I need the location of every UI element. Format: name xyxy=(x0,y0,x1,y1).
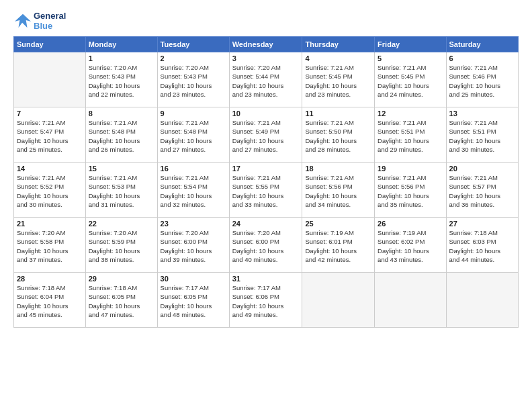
day-number: 18 xyxy=(305,165,371,173)
day-info: Sunrise: 7:21 AM Sunset: 5:56 PM Dayligh… xyxy=(378,173,443,209)
day-number: 12 xyxy=(378,109,443,118)
logo-icon xyxy=(13,11,32,30)
calendar-header: SundayMondayTuesdayWednesdayThursdayFrid… xyxy=(14,37,519,52)
day-number: 24 xyxy=(232,220,300,228)
day-info: Sunrise: 7:18 AM Sunset: 6:04 PM Dayligh… xyxy=(17,283,83,319)
day-number: 17 xyxy=(232,165,300,173)
calendar-cell: 29Sunrise: 7:18 AM Sunset: 6:05 PM Dayli… xyxy=(85,273,157,328)
day-number: 28 xyxy=(17,275,83,283)
logo-text: General Blue xyxy=(34,11,66,31)
calendar-cell: 6Sunrise: 7:21 AM Sunset: 5:46 PM Daylig… xyxy=(446,52,518,107)
day-info: Sunrise: 7:21 AM Sunset: 5:45 PM Dayligh… xyxy=(378,63,443,99)
day-header-thursday: Thursday xyxy=(302,37,375,52)
day-info: Sunrise: 7:21 AM Sunset: 5:48 PM Dayligh… xyxy=(161,118,226,154)
day-info: Sunrise: 7:18 AM Sunset: 6:03 PM Dayligh… xyxy=(449,228,515,264)
day-number: 30 xyxy=(161,275,226,283)
day-header-tuesday: Tuesday xyxy=(157,37,229,52)
calendar-cell: 24Sunrise: 7:20 AM Sunset: 6:00 PM Dayli… xyxy=(229,218,302,273)
day-info: Sunrise: 7:21 AM Sunset: 5:45 PM Dayligh… xyxy=(305,63,371,99)
day-number: 3 xyxy=(232,54,300,62)
calendar-cell: 11Sunrise: 7:21 AM Sunset: 5:50 PM Dayli… xyxy=(302,107,375,163)
day-info: Sunrise: 7:21 AM Sunset: 5:56 PM Dayligh… xyxy=(305,173,371,209)
calendar-cell: 1Sunrise: 7:20 AM Sunset: 5:43 PM Daylig… xyxy=(85,52,157,107)
svg-marker-0 xyxy=(15,14,31,28)
day-info: Sunrise: 7:21 AM Sunset: 5:57 PM Dayligh… xyxy=(449,173,515,209)
calendar-cell: 30Sunrise: 7:17 AM Sunset: 6:05 PM Dayli… xyxy=(157,273,229,328)
day-number: 7 xyxy=(17,109,83,118)
calendar-cell: 23Sunrise: 7:20 AM Sunset: 6:00 PM Dayli… xyxy=(157,218,229,273)
calendar-week-4: 21Sunrise: 7:20 AM Sunset: 5:58 PM Dayli… xyxy=(14,218,519,273)
day-number: 20 xyxy=(449,165,515,173)
logo: General Blue xyxy=(13,11,66,31)
calendar-cell: 5Sunrise: 7:21 AM Sunset: 5:45 PM Daylig… xyxy=(375,52,446,107)
day-number: 31 xyxy=(232,275,300,283)
day-info: Sunrise: 7:17 AM Sunset: 6:05 PM Dayligh… xyxy=(161,283,226,319)
calendar-cell: 7Sunrise: 7:21 AM Sunset: 5:47 PM Daylig… xyxy=(14,107,86,163)
day-number: 13 xyxy=(449,109,515,118)
day-number: 9 xyxy=(161,109,226,118)
day-number: 25 xyxy=(305,220,371,228)
calendar-cell: 15Sunrise: 7:21 AM Sunset: 5:53 PM Dayli… xyxy=(85,163,157,218)
day-number: 23 xyxy=(161,220,226,228)
day-info: Sunrise: 7:21 AM Sunset: 5:53 PM Dayligh… xyxy=(89,173,154,209)
day-info: Sunrise: 7:18 AM Sunset: 6:05 PM Dayligh… xyxy=(89,283,154,319)
calendar-week-2: 7Sunrise: 7:21 AM Sunset: 5:47 PM Daylig… xyxy=(14,107,519,163)
day-info: Sunrise: 7:20 AM Sunset: 5:43 PM Dayligh… xyxy=(161,63,226,99)
calendar-cell: 28Sunrise: 7:18 AM Sunset: 6:04 PM Dayli… xyxy=(14,273,86,328)
day-number: 15 xyxy=(89,165,154,173)
calendar-cell: 19Sunrise: 7:21 AM Sunset: 5:56 PM Dayli… xyxy=(375,163,446,218)
calendar-cell: 18Sunrise: 7:21 AM Sunset: 5:56 PM Dayli… xyxy=(302,163,375,218)
calendar-week-5: 28Sunrise: 7:18 AM Sunset: 6:04 PM Dayli… xyxy=(14,273,519,328)
day-number: 14 xyxy=(17,165,83,173)
day-number: 16 xyxy=(161,165,226,173)
calendar-cell: 31Sunrise: 7:17 AM Sunset: 6:06 PM Dayli… xyxy=(229,273,302,328)
calendar-cell: 12Sunrise: 7:21 AM Sunset: 5:51 PM Dayli… xyxy=(375,107,446,163)
calendar-body: 1Sunrise: 7:20 AM Sunset: 5:43 PM Daylig… xyxy=(14,52,519,328)
header: General Blue xyxy=(13,11,519,31)
day-info: Sunrise: 7:17 AM Sunset: 6:06 PM Dayligh… xyxy=(232,283,300,319)
calendar-week-3: 14Sunrise: 7:21 AM Sunset: 5:52 PM Dayli… xyxy=(14,163,519,218)
day-number: 1 xyxy=(89,54,154,62)
day-number: 27 xyxy=(449,220,515,228)
day-info: Sunrise: 7:21 AM Sunset: 5:46 PM Dayligh… xyxy=(449,63,515,99)
calendar-cell: 14Sunrise: 7:21 AM Sunset: 5:52 PM Dayli… xyxy=(14,163,86,218)
day-number: 10 xyxy=(232,109,300,118)
day-info: Sunrise: 7:21 AM Sunset: 5:47 PM Dayligh… xyxy=(17,118,83,154)
day-info: Sunrise: 7:21 AM Sunset: 5:55 PM Dayligh… xyxy=(232,173,300,209)
calendar-cell: 10Sunrise: 7:21 AM Sunset: 5:49 PM Dayli… xyxy=(229,107,302,163)
day-header-monday: Monday xyxy=(85,37,157,52)
calendar-cell: 9Sunrise: 7:21 AM Sunset: 5:48 PM Daylig… xyxy=(157,107,229,163)
day-number: 11 xyxy=(305,109,371,118)
day-info: Sunrise: 7:20 AM Sunset: 5:43 PM Dayligh… xyxy=(89,63,154,99)
calendar-cell: 26Sunrise: 7:19 AM Sunset: 6:02 PM Dayli… xyxy=(375,218,446,273)
calendar-cell: 22Sunrise: 7:20 AM Sunset: 5:59 PM Dayli… xyxy=(85,218,157,273)
day-number: 29 xyxy=(89,275,154,283)
day-number: 8 xyxy=(89,109,154,118)
day-info: Sunrise: 7:19 AM Sunset: 6:01 PM Dayligh… xyxy=(305,228,371,264)
calendar-cell xyxy=(375,273,446,328)
day-number: 26 xyxy=(378,220,443,228)
calendar-cell: 2Sunrise: 7:20 AM Sunset: 5:43 PM Daylig… xyxy=(157,52,229,107)
day-number: 19 xyxy=(378,165,443,173)
calendar-cell: 27Sunrise: 7:18 AM Sunset: 6:03 PM Dayli… xyxy=(446,218,518,273)
page: General Blue SundayMondayTuesdayWednesda… xyxy=(0,0,532,411)
calendar-cell xyxy=(446,273,518,328)
calendar-cell xyxy=(302,273,375,328)
header-row: SundayMondayTuesdayWednesdayThursdayFrid… xyxy=(14,37,519,52)
day-info: Sunrise: 7:21 AM Sunset: 5:51 PM Dayligh… xyxy=(449,118,515,154)
calendar-table: SundayMondayTuesdayWednesdayThursdayFrid… xyxy=(13,36,519,328)
calendar-cell: 25Sunrise: 7:19 AM Sunset: 6:01 PM Dayli… xyxy=(302,218,375,273)
day-info: Sunrise: 7:20 AM Sunset: 5:44 PM Dayligh… xyxy=(232,63,300,99)
day-info: Sunrise: 7:19 AM Sunset: 6:02 PM Dayligh… xyxy=(378,228,443,264)
day-info: Sunrise: 7:21 AM Sunset: 5:51 PM Dayligh… xyxy=(378,118,443,154)
day-header-wednesday: Wednesday xyxy=(229,37,302,52)
day-number: 22 xyxy=(89,220,154,228)
day-info: Sunrise: 7:21 AM Sunset: 5:49 PM Dayligh… xyxy=(232,118,300,154)
day-info: Sunrise: 7:21 AM Sunset: 5:50 PM Dayligh… xyxy=(305,118,371,154)
calendar-cell: 20Sunrise: 7:21 AM Sunset: 5:57 PM Dayli… xyxy=(446,163,518,218)
day-info: Sunrise: 7:20 AM Sunset: 5:58 PM Dayligh… xyxy=(17,228,83,264)
calendar-cell: 4Sunrise: 7:21 AM Sunset: 5:45 PM Daylig… xyxy=(302,52,375,107)
day-header-saturday: Saturday xyxy=(446,37,518,52)
day-info: Sunrise: 7:20 AM Sunset: 5:59 PM Dayligh… xyxy=(89,228,154,264)
day-info: Sunrise: 7:21 AM Sunset: 5:52 PM Dayligh… xyxy=(17,173,83,209)
